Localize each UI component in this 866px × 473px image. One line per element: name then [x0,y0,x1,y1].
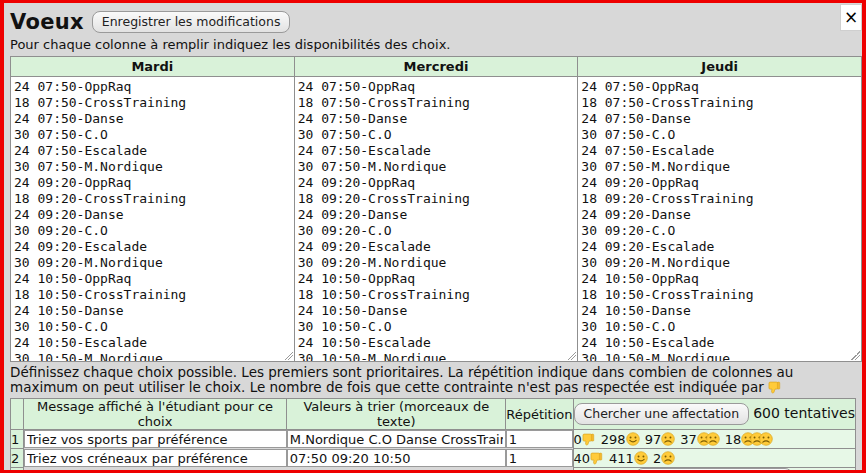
row-number: 1 [11,430,24,449]
message-input-2[interactable] [24,449,287,467]
rownum-header [11,399,24,430]
choices-header-row: Message affiché à l'étudiant pour ce cho… [11,399,856,430]
message-header: Message affiché à l'étudiant pour ce cho… [23,399,287,430]
resize-grip-icon[interactable] [567,351,576,360]
resize-grip-icon[interactable] [851,351,860,360]
result-part: 411 [609,451,648,466]
save-button[interactable]: Enregistrer les modifications [92,11,291,33]
close-icon[interactable]: × [840,4,862,31]
repetition-input-2[interactable] [506,449,573,467]
repetition-input-1[interactable] [506,430,573,448]
day-header-row: Mardi Mercredi Jeudi [11,57,862,77]
frown-icon [706,432,720,446]
message-input-1[interactable] [24,430,287,448]
titlebar: Voeux Enregistrer les modifications [4,3,862,34]
frown-icon [759,432,773,446]
repetition-header: Répétition [506,399,573,430]
result-part: 37 [680,432,720,447]
slots-textarea-mardi[interactable] [11,77,294,361]
explanation-text: Définissez chaque choix possible. Les pr… [4,362,862,397]
result-part: 97 [645,432,676,447]
result-summary-2: 404112 [573,449,855,468]
row-number: 2 [11,449,24,468]
row-number: 3 [11,468,24,473]
result-header: Chercher une affectation600 tentatives [573,399,855,430]
result-part: 2 [653,451,675,466]
values-input-2[interactable] [287,449,506,467]
result-part: 40 [574,451,605,466]
voeux-dialog: { "window": { "title": "Voeux", "save_bu… [0,0,866,473]
smile-icon [634,451,648,465]
values-header: Valeurs à trier (morceaux de texte) [287,399,506,430]
result-part: 18 [725,432,774,447]
page-title: Voeux [10,10,84,34]
attempts-count: 600 tentatives [753,405,855,421]
result-part: 0 [574,432,596,447]
availability-table: Mardi Mercredi Jeudi [10,56,862,362]
smile-icon [626,432,640,446]
thumbs-down-icon [768,380,782,394]
fill-columns-cell: Remplir les colonnes ! [573,468,855,473]
slots-textarea-jeudi[interactable] [578,77,861,361]
values-input-1[interactable] [287,430,506,448]
choice-row-1: 1 0298973718 [11,430,856,449]
frown-icon [661,451,675,465]
resize-grip-icon[interactable] [284,351,293,360]
frown-icon [661,432,675,446]
subtitle-text: Pour chaque colonne à remplir indiquez l… [4,34,862,54]
choices-table: Message affiché à l'étudiant pour ce cho… [10,398,856,473]
result-part: 298 [601,432,640,447]
fill-columns-button[interactable]: Remplir les colonnes ! [635,468,793,473]
choice-row-2: 2 404112 [11,449,856,468]
slots-textarea-mercredi[interactable] [295,77,578,361]
column-header-mercredi: Mercredi [294,57,578,77]
search-assignment-button[interactable]: Chercher une affectation [574,403,750,425]
column-header-jeudi: Jeudi [578,57,862,77]
choice-row-3: 3 Remplir les colonnes ! [11,468,856,473]
result-summary-1: 0298973718 [573,430,855,449]
thumbs-down-icon [582,432,596,446]
thumbs-down-icon [590,451,604,465]
column-header-mardi: Mardi [11,57,295,77]
